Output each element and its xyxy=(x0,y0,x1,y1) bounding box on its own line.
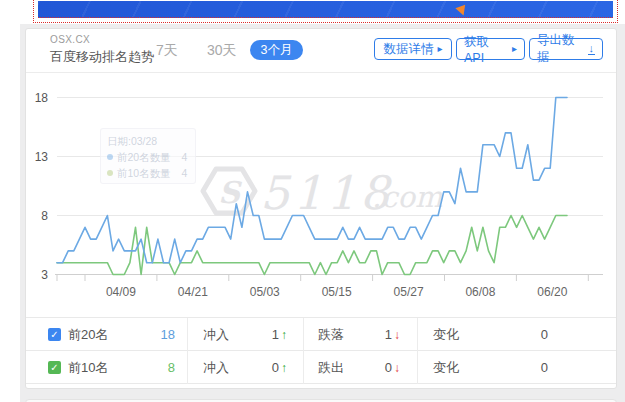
svg-text:8: 8 xyxy=(41,209,48,223)
svg-text:S: S xyxy=(218,175,242,210)
svg-text:06/08: 06/08 xyxy=(465,285,495,299)
svg-text:05/03: 05/03 xyxy=(250,285,280,299)
tooltip-row-value: 4 xyxy=(182,165,188,181)
tooltip-row-label: 前10名数量 xyxy=(117,165,171,181)
tooltip-row-label: 前20名数量 xyxy=(117,149,171,165)
svg-text:05/27: 05/27 xyxy=(394,285,424,299)
tooltip-date: 日期:03/28 xyxy=(107,133,189,149)
svg-text:3: 3 xyxy=(41,268,48,282)
tooltip-row-value: 4 xyxy=(182,149,188,165)
svg-text:.com: .com xyxy=(372,180,443,214)
trend-chart[interactable]: S5118.com04/0904/2105/0305/1505/2706/080… xyxy=(0,0,625,402)
svg-text:04/09: 04/09 xyxy=(106,285,136,299)
svg-text:04/21: 04/21 xyxy=(178,285,208,299)
chart-tooltip-ghost: 日期:03/28 前20名数量 4 前10名数量 4 xyxy=(100,128,196,184)
svg-text:13: 13 xyxy=(35,150,49,164)
svg-text:06/20: 06/20 xyxy=(537,285,567,299)
green-series-dot-icon xyxy=(107,170,113,176)
ranking-trend-widget: osx.cx 百度移动排名趋势 7天 30天 3个月 数据详情▸ 获取API▸ … xyxy=(0,0,625,402)
svg-text:18: 18 xyxy=(35,91,49,105)
svg-text:05/15: 05/15 xyxy=(322,285,352,299)
blue-series-dot-icon xyxy=(107,154,113,160)
